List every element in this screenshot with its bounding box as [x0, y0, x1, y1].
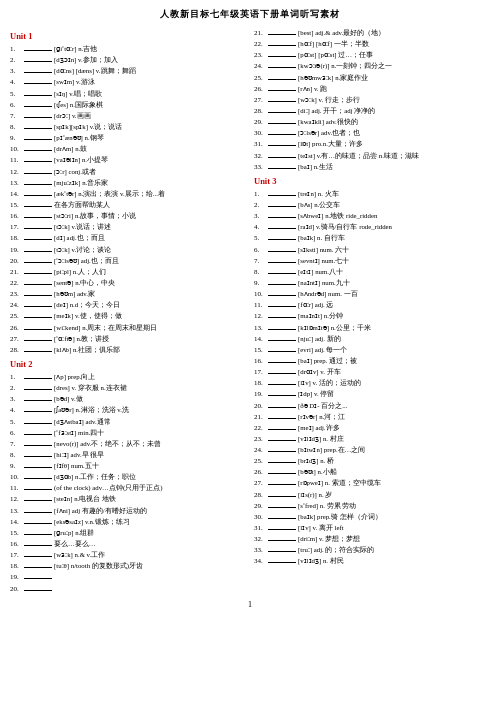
entry-number: 5. [254, 233, 268, 243]
entry-blank [24, 538, 52, 546]
list-item: 5.[dʒʌstbaɪ] adv.通常 [10, 416, 246, 427]
entry-blank [268, 150, 296, 158]
entry-number: 33. [254, 545, 268, 555]
entry-blank [268, 49, 296, 57]
entry-blank [24, 493, 52, 501]
entry-blank [24, 54, 52, 62]
entry-number: 7. [10, 439, 24, 449]
entry-blank [24, 471, 52, 479]
entry-blank [24, 266, 52, 274]
entry-blank [24, 404, 52, 412]
entry-number: 29. [254, 501, 268, 511]
entry-blank [24, 99, 52, 107]
entry-blank [268, 400, 296, 408]
entry-blank [268, 138, 296, 146]
entry-phonetic: [sevntɪ] num.七十 [298, 256, 490, 266]
entry-number: 2. [10, 55, 24, 65]
entry-number: 25. [254, 456, 268, 466]
entry-phonetic: [brɪdʒ] n. 桥 [298, 456, 490, 466]
entry-number: 15. [10, 528, 24, 538]
list-item: 33.[baɪ] n.生活 [254, 161, 490, 172]
list-item: 14.[ækˈtər] n.演出；表演 v.展示；给...着 [10, 188, 246, 199]
entry-phonetic: [pɪˈænəʊ] n.钢琴 [54, 133, 246, 143]
list-item: 7.[drɔː] v.画画 [10, 110, 246, 121]
entry-blank [24, 333, 52, 341]
entry-phonetic: [wiːkend] n.周末；在周末和星期日 [54, 323, 246, 333]
page-number: 1 [10, 600, 490, 609]
entry-phonetic: [treɪn] n. 火车 [298, 189, 490, 199]
entry-blank [268, 333, 296, 341]
list-item: 30.[ɔːlsər] adv.也者；也 [254, 127, 490, 138]
entry-number: 34. [254, 556, 268, 566]
entry-number: 19. [254, 389, 268, 399]
entry-blank [24, 438, 52, 446]
entry-number: 31. [254, 523, 268, 533]
list-item: 15.在各方面帮助某人 [10, 199, 246, 210]
entry-blank [268, 288, 296, 296]
list-item: 10.[hʌndrəd] num. 一百 [254, 288, 490, 299]
list-item: 20. [10, 583, 246, 594]
entry-blank [268, 27, 296, 35]
entry-number: 29. [254, 117, 268, 127]
entry-phonetic: [bɪtwɪn] prep.在…之间 [298, 445, 490, 455]
entry-blank [268, 199, 296, 207]
entry-blank [268, 310, 296, 318]
entry-number: 3. [10, 394, 24, 404]
entry-blank [24, 143, 52, 151]
entry-phonetic: [hʌndrəd] num. 一百 [298, 289, 490, 299]
entry-phonetic: [best] adj.& adv.最好的（地） [298, 28, 490, 38]
list-item: 7.[sevntɪ] num.七十 [254, 255, 490, 266]
entry-phonetic: [drʌm] n.鼓 [54, 144, 246, 154]
list-item: 20.[ˈɔːlsəʊ] adj.也；而且 [10, 255, 246, 266]
entry-blank [24, 288, 52, 296]
list-item: 14.[eksəsaɪz] v.n.锻炼；练习 [10, 516, 246, 527]
entry-phonetic: [njuː] adj. 新的 [298, 334, 490, 344]
entry-number: 33. [254, 162, 268, 172]
entry-blank [268, 221, 296, 229]
list-item: 21.[best] adj.& adv.最好的（地） [254, 27, 490, 38]
entry-number: 13. [254, 323, 268, 333]
entry-blank [268, 161, 296, 169]
entry-number: 11. [254, 300, 268, 310]
entry-phonetic: [ɔːr] conj.或者 [54, 167, 246, 177]
entry-phonetic: [ðə Dɪ- 百分之... [298, 401, 490, 411]
entry-phonetic: [teɪst] v.有…的味道；品尝 n.味道；滋味 [298, 151, 490, 161]
list-item: 14.[njuː] adj. 新的 [254, 333, 490, 344]
entry-blank [24, 416, 52, 424]
entry-blank [24, 427, 52, 435]
list-item: 11.(of the clock) adv…点钟(只用于正点) [10, 482, 246, 493]
entry-number: 24. [10, 300, 24, 310]
entry-number: 27. [254, 478, 268, 488]
list-item: 27.[rɒpweɪ] n. 索道；空中缆车 [254, 477, 490, 488]
entry-phonetic: [meɪk] v.使，使得；做 [54, 311, 246, 321]
entry-phonetic: [dɪ] adj.也；而且 [54, 233, 246, 243]
entry-phonetic: [wɔːk] v. 行走；步行 [298, 95, 490, 105]
entry-blank [24, 199, 52, 207]
entry-blank [24, 505, 52, 513]
list-item: 9.[naɪntɪ] num.九十 [254, 277, 490, 288]
list-item: 15.[ɡruːp] n.组群 [10, 527, 246, 538]
entry-blank [268, 444, 296, 452]
entry-phonetic: [fɑːr] adj. 远 [298, 300, 490, 310]
entry-blank [24, 121, 52, 129]
entry-number: 5. [10, 89, 24, 99]
entry-phonetic: [dʒʌstbaɪ] adv.通常 [54, 417, 246, 427]
list-item: 12.[steɪn] n.电视台 地铁 [10, 493, 246, 504]
entry-phonetic: [dʒɔɪn] v.参加；加入 [54, 55, 246, 65]
entry-number: 28. [254, 490, 268, 500]
entry-phonetic: [eɪtɪ] num.八十 [298, 267, 490, 277]
entry-phonetic: [spɪk][spɪk] v.说；说话 [54, 122, 246, 132]
entry-phonetic: [fʌni] adj 有趣的/有嗜好运动的 [54, 506, 246, 516]
entry-phonetic: [ɡruːp] n.组群 [54, 528, 246, 538]
entry-phonetic: [vaɪəlɪn] n.小提琴 [54, 155, 246, 165]
entry-phonetic: [bəʊt] n.小船 [298, 467, 490, 477]
entry-phonetic: [baɪ] prep. 通过；被 [298, 356, 490, 366]
entry-blank [24, 516, 52, 524]
entry-phonetic: [ɡiˈtɑːr] n.吉他 [54, 44, 246, 54]
entry-phonetic: [baɪ] n.生活 [298, 162, 490, 172]
entry-number: 12. [10, 167, 24, 177]
entry-number: 20. [10, 584, 24, 594]
entry-blank [268, 500, 296, 508]
entry-number: 16. [10, 211, 24, 221]
list-item: 34.[vɪlɪdʒ] n. 村民 [254, 555, 490, 566]
